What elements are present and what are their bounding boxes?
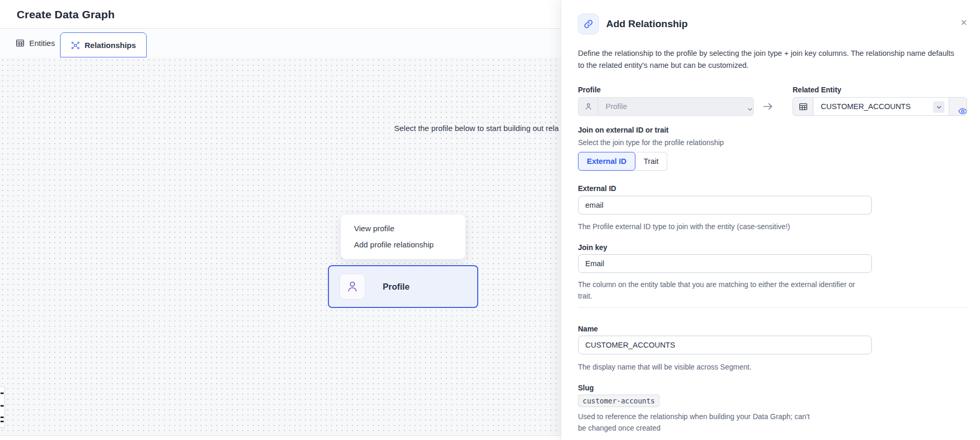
name-help: The display name that will be visible ac… xyxy=(578,361,751,373)
tab-relationships[interactable]: Relationships xyxy=(60,32,147,57)
join-type-help: Select the join type for the profile rel… xyxy=(578,137,724,148)
external-id-input[interactable] xyxy=(578,196,872,215)
section-divider xyxy=(578,307,967,308)
profile-node[interactable]: Profile xyxy=(328,265,478,308)
zoom-in-icon[interactable] xyxy=(1,393,4,394)
preview-entity-button[interactable] xyxy=(949,98,966,115)
chevron-down-icon xyxy=(933,101,944,113)
external-id-help: The Profile external ID type to join wit… xyxy=(578,221,790,232)
related-entity-value-area: CUSTOMER_ACCOUNTS xyxy=(813,98,949,115)
related-entity-field-label: Related Entity xyxy=(793,86,841,94)
menu-item-add-profile-relationship[interactable]: Add profile relationship xyxy=(341,236,465,253)
join-type-option-external-id[interactable]: External ID xyxy=(578,152,635,171)
table-icon xyxy=(16,39,25,47)
join-key-input[interactable] xyxy=(578,254,872,273)
name-label: Name xyxy=(578,325,598,333)
related-entity-select[interactable]: CUSTOMER_ACCOUNTS xyxy=(793,97,967,116)
node-context-menu: View profile Add profile relationship xyxy=(340,214,466,259)
profile-node-label: Profile xyxy=(383,282,409,292)
add-relationship-panel: Add Relationship ✕ Define the relationsh… xyxy=(561,0,980,440)
join-type-label: Join on external ID or trait xyxy=(578,126,668,134)
network-icon xyxy=(71,41,80,50)
slug-value-chip: customer-accounts xyxy=(578,395,659,407)
related-entity-select-value: CUSTOMER_ACCOUNTS xyxy=(821,102,911,111)
panel-title: Add Relationship xyxy=(606,15,688,33)
name-input[interactable] xyxy=(578,336,872,354)
tab-entities[interactable]: Entities xyxy=(5,29,65,57)
person-icon xyxy=(578,98,598,115)
fit-view-icon[interactable] xyxy=(1,417,4,418)
canvas-hint-text: Select the profile below to start buildi… xyxy=(394,124,559,133)
external-id-label: External ID xyxy=(578,184,616,193)
profile-select-value: Profile xyxy=(606,102,627,111)
slug-label: Slug xyxy=(578,384,594,392)
join-key-help: The column on the entity table that you … xyxy=(578,279,870,302)
close-icon[interactable]: ✕ xyxy=(956,15,972,30)
tab-entities-label: Entities xyxy=(29,39,55,47)
profile-field-label: Profile xyxy=(578,86,601,94)
table-icon xyxy=(793,98,813,115)
join-type-option-trait[interactable]: Trait xyxy=(635,152,667,171)
slug-help: Used to reference the relationship when … xyxy=(578,411,818,434)
panel-description: Define the relationship to the profile b… xyxy=(578,47,961,72)
lock-icon[interactable] xyxy=(1,421,4,422)
join-key-label: Join key xyxy=(578,243,607,252)
menu-item-view-profile[interactable]: View profile xyxy=(341,220,465,236)
page-title: Create Data Graph xyxy=(17,0,115,29)
canvas-zoom-controls[interactable] xyxy=(0,387,5,427)
person-icon xyxy=(339,273,365,300)
profile-select[interactable]: Profile xyxy=(578,97,754,116)
tab-relationships-label: Relationships xyxy=(85,41,136,50)
zoom-out-icon[interactable] xyxy=(1,405,4,407)
link-icon xyxy=(578,14,599,34)
join-type-toggle: External ID Trait xyxy=(578,152,667,171)
